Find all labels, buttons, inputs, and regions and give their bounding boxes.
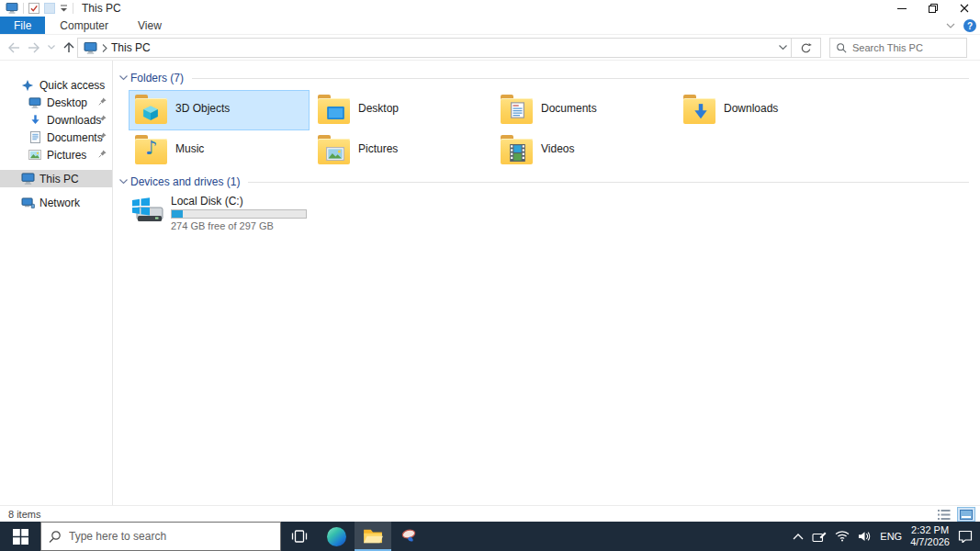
task-view-button[interactable]: [281, 522, 318, 551]
folder-tile-videos[interactable]: Videos: [494, 130, 675, 171]
properties-qat-button[interactable]: [28, 3, 39, 14]
drive-capacity-text: 274 GB free of 297 GB: [171, 220, 307, 231]
sidebar-item-pictures[interactable]: Pictures: [0, 146, 112, 163]
help-icon[interactable]: ?: [963, 19, 976, 32]
folder-tile-3d-objects[interactable]: 3D Objects: [129, 90, 310, 130]
folder-filmstrip-icon: [501, 135, 533, 165]
pin-icon: [98, 132, 107, 141]
pinned-app-icon[interactable]: [391, 522, 428, 551]
file-explorer-taskbar-icon[interactable]: [355, 522, 391, 551]
address-dropdown-chevron-icon[interactable]: [779, 45, 787, 51]
explorer-search-box[interactable]: [829, 38, 967, 58]
up-button[interactable]: [59, 37, 79, 59]
folder-tile-downloads[interactable]: Downloads: [677, 90, 858, 130]
divider: [73, 3, 73, 14]
quick-access-toolbar: This PC: [0, 0, 121, 17]
collapse-group-chevron-icon[interactable]: [119, 75, 128, 81]
this-pc-breadcrumb-icon: [84, 42, 97, 54]
folder-music-note-icon: ♪: [135, 135, 167, 165]
minimize-button[interactable]: [886, 0, 918, 17]
folder-tile-desktop[interactable]: Desktop: [311, 90, 492, 130]
window-title: This PC: [82, 2, 121, 15]
sidebar-item-documents[interactable]: Documents: [0, 129, 112, 146]
picture-icon: [28, 148, 42, 163]
restore-button[interactable]: [918, 0, 949, 17]
hard-drive-icon: [130, 195, 164, 231]
back-button[interactable]: [4, 37, 24, 59]
close-button[interactable]: [949, 0, 980, 17]
collapse-group-chevron-icon[interactable]: [119, 179, 128, 185]
sidebar-item-label: Documents: [47, 131, 103, 144]
sidebar-item-desktop[interactable]: Desktop: [0, 94, 112, 111]
drive-tile-local-disk-c[interactable]: Local Disk (C:) 274 GB free of 297 GB: [129, 195, 310, 231]
folder-label: Desktop: [358, 102, 399, 115]
expand-ribbon-chevron-icon[interactable]: [946, 23, 955, 28]
navigation-bar: This PC: [0, 35, 980, 61]
breadcrumb-chevron-icon[interactable]: [102, 44, 107, 52]
tab-file[interactable]: File: [0, 17, 45, 34]
breadcrumb-this-pc[interactable]: This PC: [111, 41, 151, 54]
group-label[interactable]: Folders (7): [130, 72, 184, 84]
details-view-button[interactable]: [935, 507, 953, 522]
sidebar-item-label: Network: [39, 197, 80, 209]
clock-time: 2:32 PM: [910, 524, 950, 536]
content-area: Folders (7) 3D Objects: [114, 61, 980, 505]
group-label[interactable]: Devices and drives (1): [130, 175, 240, 188]
folders-grid: 3D Objects Desktop: [129, 90, 973, 171]
taskbar-search-box[interactable]: [40, 522, 281, 551]
star-icon: [20, 78, 35, 93]
document-icon: [28, 130, 42, 145]
language-indicator[interactable]: ENG: [880, 531, 902, 542]
sidebar-item-downloads[interactable]: Downloads: [0, 111, 112, 129]
monitor-icon: [28, 96, 42, 110]
system-tray: ENG 2:32 PM 4/7/2026: [793, 522, 980, 551]
main-area: Quick access Desktop Downloads: [0, 61, 980, 505]
folder-label: Documents: [541, 102, 597, 115]
folder-tile-music[interactable]: ♪ Music: [129, 130, 310, 171]
taskbar-search-input[interactable]: [69, 530, 253, 543]
folder-tile-pictures[interactable]: Pictures: [311, 130, 492, 171]
sidebar-item-label: Pictures: [47, 149, 86, 162]
sidebar-item-network[interactable]: Network: [0, 194, 112, 211]
group-rule: [192, 78, 969, 79]
folder-label: Videos: [541, 142, 574, 155]
taskbar: ENG 2:32 PM 4/7/2026: [0, 522, 980, 551]
window-controls: [886, 0, 980, 17]
download-arrow-icon: [28, 113, 42, 128]
drive-usage-fill: [172, 210, 183, 218]
edge-icon[interactable]: [318, 522, 355, 551]
sidebar-item-this-pc[interactable]: This PC: [0, 170, 112, 187]
pin-icon: [98, 97, 107, 106]
drive-usage-bar: [171, 209, 307, 219]
wifi-icon[interactable]: [835, 531, 850, 542]
ribbon-right-controls: ?: [946, 17, 976, 35]
customize-qat-chevron-icon[interactable]: [60, 5, 68, 12]
search-icon: [49, 530, 62, 543]
tab-view[interactable]: View: [123, 17, 176, 34]
folders-group-header: Folders (7): [119, 71, 973, 85]
folder-screen-icon: [318, 95, 350, 125]
new-folder-qat-button[interactable]: [44, 3, 55, 14]
volume-icon[interactable]: [858, 531, 872, 542]
hidden-icons-chevron-icon[interactable]: [793, 534, 804, 540]
action-center-icon[interactable]: [958, 530, 973, 543]
explorer-search-input[interactable]: [852, 42, 953, 53]
clock[interactable]: 2:32 PM 4/7/2026: [910, 524, 950, 548]
forward-button[interactable]: [24, 37, 44, 59]
address-bar[interactable]: This PC: [77, 38, 792, 58]
drive-info: Local Disk (C:) 274 GB free of 297 GB: [171, 195, 307, 231]
screen: This PC File Computer View ?: [0, 0, 980, 551]
folder-tile-documents[interactable]: Documents: [494, 90, 675, 130]
large-icons-view-button[interactable]: [957, 507, 975, 522]
tab-computer[interactable]: Computer: [45, 17, 123, 34]
network-icon: [20, 196, 35, 210]
refresh-button[interactable]: [792, 38, 821, 58]
group-rule: [248, 182, 969, 183]
search-icon: [836, 42, 847, 53]
start-button[interactable]: [0, 522, 40, 551]
pen-input-icon[interactable]: [812, 531, 827, 543]
recent-locations-chevron-icon[interactable]: [44, 37, 59, 59]
sidebar-item-quick-access[interactable]: Quick access: [0, 76, 112, 94]
sidebar: Quick access Desktop Downloads: [0, 61, 113, 505]
items-count: 8 items: [8, 509, 40, 520]
